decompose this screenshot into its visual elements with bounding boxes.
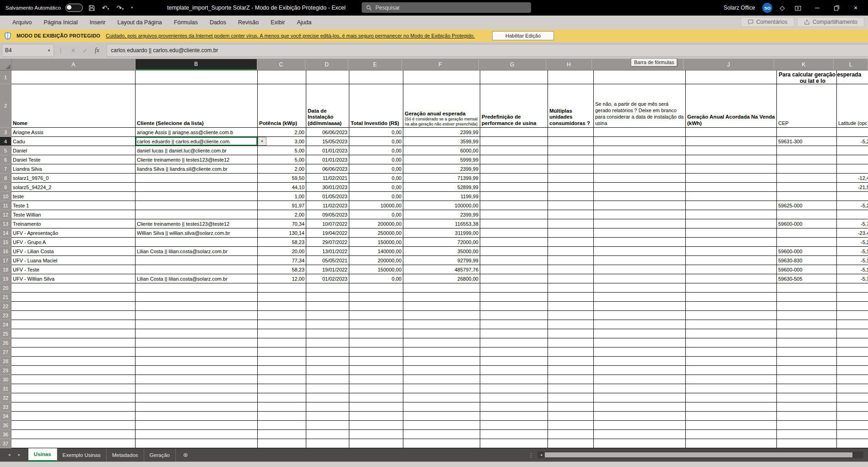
- cell-H31[interactable]: [548, 384, 594, 393]
- row-header-29[interactable]: 29: [0, 366, 11, 375]
- cell-J19[interactable]: [686, 274, 777, 283]
- cell-E16[interactable]: 140000,00: [349, 247, 403, 256]
- cell-C19[interactable]: 12,00: [258, 274, 306, 283]
- cell-D29[interactable]: [306, 366, 349, 375]
- cell-F33[interactable]: [403, 402, 480, 412]
- cell-K34[interactable]: [777, 412, 837, 421]
- cell-C1[interactable]: [258, 71, 306, 84]
- cell-I32[interactable]: [594, 393, 686, 402]
- cell-H26[interactable]: [548, 338, 594, 348]
- cell-G5[interactable]: [480, 146, 548, 155]
- tabbar-more-icon[interactable]: ⋮: [528, 452, 534, 458]
- cell-F15[interactable]: 72000,00: [403, 238, 480, 247]
- cell-E28[interactable]: [349, 357, 403, 366]
- cell-F22[interactable]: [403, 302, 480, 311]
- cell-I29[interactable]: [594, 366, 686, 375]
- cell-I17[interactable]: [594, 256, 686, 265]
- cell-E23[interactable]: [349, 311, 403, 320]
- row-header-31[interactable]: 31: [0, 384, 11, 393]
- cell-C32[interactable]: [258, 393, 306, 402]
- row-header-9[interactable]: 9: [0, 183, 11, 192]
- cell-C15[interactable]: 58,23: [258, 238, 306, 247]
- row-header-34[interactable]: 34: [0, 412, 11, 421]
- cell-D9[interactable]: 30/01/2023: [306, 183, 349, 192]
- column-header-J[interactable]: J: [684, 59, 774, 70]
- cell-J16[interactable]: [686, 247, 777, 256]
- cell-J28[interactable]: [686, 357, 777, 366]
- cell-C14[interactable]: 130,14: [258, 228, 306, 238]
- ribbon-tab-arquivo[interactable]: Arquivo: [6, 16, 38, 29]
- cell-D33[interactable]: [306, 402, 349, 412]
- cell-I22[interactable]: [594, 302, 686, 311]
- cell-H15[interactable]: [548, 238, 594, 247]
- cell-I21[interactable]: [594, 293, 686, 302]
- row-header-7[interactable]: 7: [0, 164, 11, 174]
- cell-L19[interactable]: -5,1: [837, 274, 868, 283]
- cell-K11[interactable]: 59625-000: [777, 201, 837, 210]
- cell-E8[interactable]: 0,00: [349, 174, 403, 183]
- cell-D6[interactable]: 01/01/2023: [306, 155, 349, 164]
- row-header-27[interactable]: 27: [0, 348, 11, 357]
- cell-I13[interactable]: [594, 219, 686, 228]
- autosave-toggle[interactable]: [65, 4, 83, 12]
- cell-A13[interactable]: Treinamento: [11, 219, 136, 228]
- cell-L2[interactable]: Latitude (opc: [837, 84, 868, 128]
- row-header-15[interactable]: 15: [0, 238, 11, 247]
- cell-C23[interactable]: [258, 311, 306, 320]
- cell-F12[interactable]: 2399,99: [403, 210, 480, 219]
- cell-E19[interactable]: 0,00: [349, 274, 403, 283]
- cell-J7[interactable]: [686, 164, 777, 174]
- insert-function-icon[interactable]: fx: [91, 47, 103, 54]
- cell-G25[interactable]: [480, 329, 548, 338]
- undo-icon[interactable]: ↶▾: [101, 5, 111, 11]
- cell-A1[interactable]: [11, 71, 136, 84]
- cell-J1[interactable]: [686, 71, 777, 84]
- cell-C17[interactable]: 77,34: [258, 256, 306, 265]
- cell-G30[interactable]: [480, 375, 548, 384]
- cell-B14[interactable]: Willian Silva || willian.silva@solarz.co…: [136, 228, 258, 238]
- cell-G20[interactable]: [480, 283, 548, 293]
- cell-F37[interactable]: [403, 439, 480, 448]
- ribbon-tab-revisão[interactable]: Revisão: [232, 16, 265, 29]
- cell-J35[interactable]: [686, 421, 777, 430]
- close-button[interactable]: ×: [850, 2, 862, 14]
- cell-L34[interactable]: [837, 412, 868, 421]
- cell-D3[interactable]: 06/06/2023: [306, 128, 349, 137]
- cell-F32[interactable]: [403, 393, 480, 402]
- cell-D27[interactable]: [306, 348, 349, 357]
- cell-D1[interactable]: [306, 71, 349, 84]
- cell-A19[interactable]: UFV - Willian Silva: [11, 274, 136, 283]
- cell-C12[interactable]: 2,00: [258, 210, 306, 219]
- cell-F34[interactable]: [403, 412, 480, 421]
- account-name[interactable]: Solarz Office: [724, 5, 755, 11]
- row-header-8[interactable]: 8: [0, 174, 11, 183]
- cell-K10[interactable]: [777, 192, 837, 201]
- cell-L22[interactable]: [837, 302, 868, 311]
- cell-C11[interactable]: 91,97: [258, 201, 306, 210]
- cell-F9[interactable]: 52899,99: [403, 183, 480, 192]
- cell-C21[interactable]: [258, 293, 306, 302]
- row-header-33[interactable]: 33: [0, 402, 11, 412]
- cell-D11[interactable]: 11/02/2023: [306, 201, 349, 210]
- share-button[interactable]: Compartilhamento: [797, 17, 864, 27]
- cell-H4[interactable]: [548, 137, 594, 146]
- cell-B17[interactable]: [136, 256, 258, 265]
- cell-G15[interactable]: [480, 238, 548, 247]
- cell-G37[interactable]: [480, 439, 548, 448]
- cell-I20[interactable]: [594, 283, 686, 293]
- cell-A6[interactable]: Daniel Teste: [11, 155, 136, 164]
- cell-L17[interactable]: -5,1: [837, 256, 868, 265]
- cell-A8[interactable]: solarz1_9976_0: [11, 174, 136, 183]
- cell-L25[interactable]: [837, 329, 868, 338]
- cell-F8[interactable]: 71399,99: [403, 174, 480, 183]
- row-header-25[interactable]: 25: [0, 329, 11, 338]
- cell-A10[interactable]: teste: [11, 192, 136, 201]
- column-header-E[interactable]: E: [348, 59, 402, 70]
- cell-G23[interactable]: [480, 311, 548, 320]
- cell-L27[interactable]: [837, 348, 868, 357]
- cell-E11[interactable]: 10000,00: [349, 201, 403, 210]
- cell-I30[interactable]: [594, 375, 686, 384]
- cell-G3[interactable]: [480, 128, 548, 137]
- cell-K23[interactable]: [777, 311, 837, 320]
- cell-A30[interactable]: [11, 375, 136, 384]
